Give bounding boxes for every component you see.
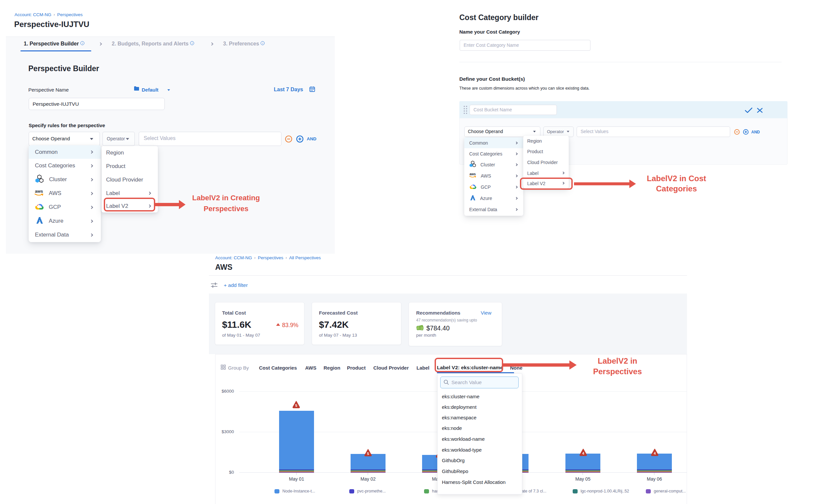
svg-text:5: 5 [295,404,297,408]
svg-text:4: 4 [582,451,584,455]
svg-text:5: 5 [367,452,369,455]
svg-text:aws: aws [35,189,43,194]
svg-text:4: 4 [654,451,656,455]
svg-text:aws: aws [469,172,476,176]
